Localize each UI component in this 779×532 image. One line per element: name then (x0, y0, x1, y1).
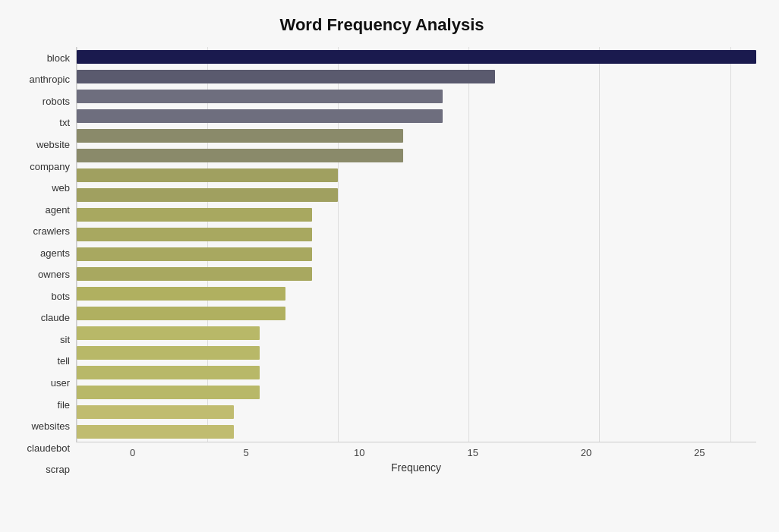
bar-claude (77, 287, 285, 301)
y-label-company: company (15, 162, 70, 172)
bar-row-owners (77, 246, 756, 263)
bar-user (77, 346, 260, 360)
bar-row-claudebot (77, 404, 756, 420)
grid-line (730, 47, 731, 442)
grid-line (468, 47, 469, 442)
bar-web (77, 168, 338, 182)
chart-container: Word Frequency Analysis blockanthropicro… (0, 0, 779, 532)
grid-line (207, 47, 208, 442)
bar-row-website (77, 127, 756, 144)
y-label-claude: claude (15, 313, 70, 323)
bar-row-txt (77, 108, 756, 124)
bar-websites (77, 386, 260, 399)
bar-agent (77, 188, 338, 202)
y-label-txt: txt (15, 118, 70, 127)
x-tick-10: 10 (303, 447, 416, 458)
bar-row-web (77, 167, 756, 184)
bar-robots (77, 90, 443, 103)
bar-website (77, 129, 403, 143)
bar-row-block (77, 49, 756, 65)
x-tick-5: 5 (189, 447, 302, 458)
x-tick-25: 25 (643, 447, 756, 458)
bar-bots (77, 267, 312, 281)
grid-line (599, 47, 600, 442)
y-label-block: block (15, 53, 70, 63)
y-label-anthropic: anthropic (15, 74, 70, 84)
bar-claudebot (77, 405, 234, 419)
bar-row-scrap (77, 423, 756, 440)
x-tick-15: 15 (416, 447, 529, 458)
bar-tell (77, 326, 260, 340)
grid-line (338, 47, 339, 442)
y-label-websites: websites (15, 421, 70, 431)
bar-block (77, 50, 756, 64)
plot-area (76, 47, 756, 442)
bar-agents (77, 228, 312, 241)
bar-row-crawlers (77, 206, 756, 223)
chart-title: Word Frequency Analysis (8, 15, 756, 35)
bar-sit (77, 307, 285, 320)
y-label-scrap: scrap (15, 464, 70, 474)
grid-line (77, 47, 77, 442)
y-label-tell: tell (15, 356, 70, 366)
bar-row-claude (77, 285, 756, 302)
y-label-agents: agents (15, 248, 70, 258)
bar-anthropic (77, 70, 495, 83)
bar-row-sit (77, 305, 756, 322)
bar-row-robots (77, 88, 756, 105)
bar-row-file (77, 364, 756, 381)
bar-row-agent (77, 187, 756, 203)
bar-file (77, 366, 260, 379)
bar-row-user (77, 345, 756, 361)
y-label-file: file (15, 400, 70, 410)
bar-row-anthropic (77, 68, 756, 85)
y-label-web: web (15, 183, 70, 193)
bar-scrap (77, 425, 234, 439)
y-axis: blockanthropicrobotstxtwebsitecompanyweb… (15, 47, 76, 480)
bar-row-websites (77, 384, 756, 401)
bar-row-agents (77, 226, 756, 243)
x-tick-0: 0 (76, 447, 189, 458)
y-label-agent: agent (15, 205, 70, 215)
y-label-robots: robots (15, 96, 70, 106)
y-label-website: website (15, 140, 70, 150)
x-tick-20: 20 (529, 447, 642, 458)
y-label-bots: bots (15, 291, 70, 301)
bar-owners (77, 247, 312, 261)
y-label-user: user (15, 378, 70, 388)
bar-row-company (77, 147, 756, 164)
y-label-claudebot: claudebot (15, 443, 70, 453)
y-label-sit: sit (15, 335, 70, 345)
x-axis-label: Frequency (76, 461, 756, 474)
y-label-owners: owners (15, 269, 70, 279)
bar-company (77, 149, 403, 162)
y-label-crawlers: crawlers (15, 226, 70, 236)
bar-txt (77, 109, 443, 123)
bar-row-tell (77, 325, 756, 342)
bar-row-bots (77, 266, 756, 282)
bar-crawlers (77, 208, 312, 222)
